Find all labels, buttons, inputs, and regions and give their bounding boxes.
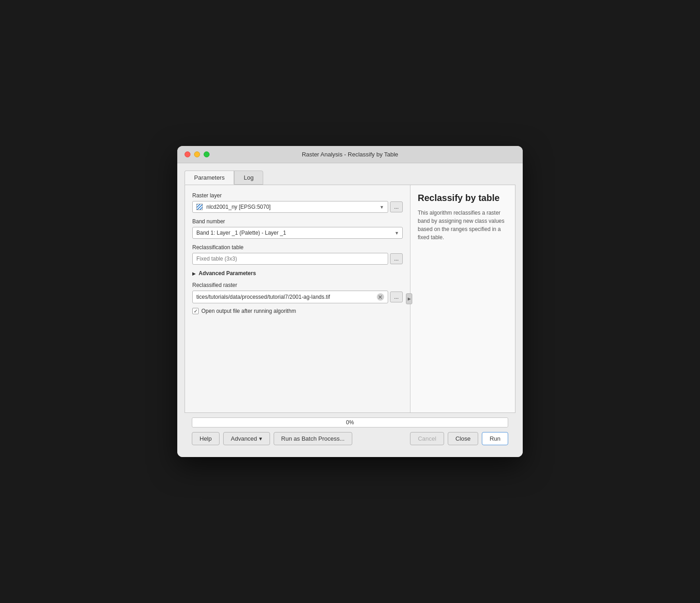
tab-bar: Parameters Log bbox=[185, 171, 515, 185]
advanced-button[interactable]: Advanced ▾ bbox=[223, 432, 270, 445]
raster-layer-icon bbox=[196, 204, 203, 210]
minimize-window-button[interactable] bbox=[194, 151, 200, 157]
maximize-window-button[interactable] bbox=[204, 151, 210, 157]
raster-layer-select[interactable]: nlcd2001_ny [EPSG:5070] ▼ bbox=[192, 201, 388, 213]
advanced-button-arrow-icon: ▾ bbox=[259, 435, 262, 442]
reclassification-table-input[interactable] bbox=[192, 253, 388, 265]
raster-layer-value: nlcd2001_ny [EPSG:5070] bbox=[206, 204, 270, 210]
close-button[interactable]: Close bbox=[448, 432, 478, 445]
help-panel-collapse-button[interactable]: ▶ bbox=[406, 293, 412, 304]
run-button[interactable]: Run bbox=[482, 432, 508, 445]
reclassified-raster-clear-button[interactable]: ✕ bbox=[377, 293, 384, 301]
reclassification-table-label: Reclassification table bbox=[192, 244, 403, 251]
parameters-panel: Raster layer nlcd2001_ny [EPSG:5070] ▼ .… bbox=[185, 185, 410, 412]
close-window-button[interactable] bbox=[185, 151, 190, 157]
traffic-lights bbox=[185, 151, 210, 157]
band-number-select[interactable]: Band 1: Layer _1 (Palette) - Layer _1 bbox=[192, 227, 403, 239]
raster-layer-label: Raster layer bbox=[192, 192, 403, 199]
bottom-bar: 0% Help Advanced ▾ Run as Batch Process.… bbox=[185, 413, 515, 450]
help-button[interactable]: Help bbox=[192, 432, 220, 445]
band-number-select-wrapper: Band 1: Layer _1 (Palette) - Layer _1 ▼ bbox=[192, 227, 403, 239]
advanced-arrow-icon: ▶ bbox=[192, 271, 196, 276]
raster-layer-field-group: nlcd2001_ny [EPSG:5070] ▼ ... bbox=[192, 201, 403, 213]
tab-parameters[interactable]: Parameters bbox=[185, 171, 234, 185]
help-title: Reclassify by table bbox=[418, 192, 508, 203]
raster-layer-browse-button[interactable]: ... bbox=[390, 201, 403, 212]
progress-text: 0% bbox=[346, 419, 354, 426]
advanced-parameters-label: Advanced Parameters bbox=[199, 270, 256, 276]
open-output-checkbox[interactable] bbox=[192, 308, 199, 314]
tab-log[interactable]: Log bbox=[234, 171, 263, 185]
cancel-button[interactable]: Cancel bbox=[410, 432, 444, 445]
reclassification-table-browse-button[interactable]: ... bbox=[390, 253, 403, 264]
reclassified-raster-browse-button[interactable]: ... bbox=[390, 291, 403, 302]
raster-layer-select-wrapper: nlcd2001_ny [EPSG:5070] ▼ bbox=[192, 201, 388, 213]
main-content: Raster layer nlcd2001_ny [EPSG:5070] ▼ .… bbox=[185, 185, 515, 413]
band-number-label: Band number bbox=[192, 218, 403, 225]
reclassified-raster-field: tices/tutorials/data/processed/tutorial7… bbox=[192, 291, 388, 303]
advanced-parameters-section[interactable]: ▶ Advanced Parameters bbox=[192, 270, 403, 276]
reclassification-table-group: ... bbox=[192, 253, 403, 265]
title-bar: Raster Analysis - Reclassify by Table bbox=[177, 146, 523, 163]
help-panel-collapse-icon: ▶ bbox=[408, 296, 411, 301]
window-title: Raster Analysis - Reclassify by Table bbox=[302, 151, 398, 158]
reclassified-raster-value: tices/tutorials/data/processed/tutorial7… bbox=[196, 294, 374, 300]
open-output-label: Open output file after running algorithm bbox=[201, 308, 296, 314]
reclassified-raster-label: Reclassified raster bbox=[192, 282, 403, 288]
reclassified-raster-group: tices/tutorials/data/processed/tutorial7… bbox=[192, 291, 403, 303]
progress-bar: 0% bbox=[192, 417, 508, 427]
run-batch-button[interactable]: Run as Batch Process... bbox=[274, 432, 352, 445]
help-panel: ▶ Reclassify by table This algorithm rec… bbox=[410, 185, 515, 412]
open-output-row: Open output file after running algorithm bbox=[192, 308, 403, 314]
help-description: This algorithm reclassifies a raster ban… bbox=[418, 209, 508, 241]
advanced-button-label: Advanced bbox=[231, 435, 257, 442]
main-window: Raster Analysis - Reclassify by Table Pa… bbox=[177, 146, 523, 457]
buttons-row: Help Advanced ▾ Run as Batch Process... … bbox=[192, 432, 508, 445]
raster-layer-arrow-icon: ▼ bbox=[380, 205, 384, 210]
window-body: Parameters Log Raster layer nlcd2001_ny … bbox=[177, 163, 523, 457]
